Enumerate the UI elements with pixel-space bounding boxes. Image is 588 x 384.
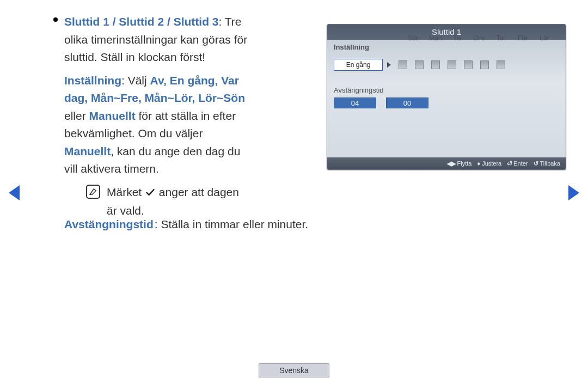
footer-tillbaka: ↺Tillbaka xyxy=(534,160,561,167)
day-head: Mån xyxy=(428,34,443,42)
day-checkbox[interactable] xyxy=(431,60,440,69)
day-head: Sön xyxy=(407,34,421,42)
updown-icon: ♦ xyxy=(477,160,481,167)
footer-enter: ⏎Enter xyxy=(507,160,528,167)
body-text: Sluttid 1 / Sluttid 2 / Sluttid 3: Tre o… xyxy=(64,13,249,220)
nav-prev-button[interactable] xyxy=(9,185,20,200)
hour-field[interactable]: 04 xyxy=(334,97,376,108)
osd-row-select: En gång xyxy=(334,51,559,71)
minute-field[interactable]: 00 xyxy=(386,97,428,108)
osd-select[interactable]: En gång xyxy=(334,59,383,71)
day-checkbox[interactable] xyxy=(415,60,424,69)
installning-para: Inställning: Välj Av, En gång, Var dag, … xyxy=(64,72,249,178)
manuellt-1: Manuellt xyxy=(89,109,136,122)
note-text: Märket anger att dagen är vald. xyxy=(107,184,249,220)
osd-footer: ◀▶Flytta ♦Justera ⏎Enter ↺Tillbaka xyxy=(327,157,566,169)
osd-time-row: 04 00 xyxy=(334,97,559,108)
osd-body: Sön Mån Tis Ons Tor Fre Lör Inställning … xyxy=(327,40,566,111)
day-head: Fre xyxy=(516,34,530,42)
osd-row-installning: Inställning xyxy=(334,43,559,51)
day-checkbox[interactable] xyxy=(480,60,489,69)
footer-justera-label: Justera xyxy=(482,160,501,167)
day-head: Lör xyxy=(537,34,552,42)
avst-line: Avstängningstid: Ställa in timmar eller … xyxy=(64,218,308,231)
day-checkbox[interactable] xyxy=(464,60,473,69)
chevron-right-icon xyxy=(387,62,391,68)
day-head: Tis xyxy=(450,34,464,42)
language-pill[interactable]: Svenska xyxy=(259,363,329,377)
footer-flytta: ◀▶Flytta xyxy=(447,160,472,167)
installning-sep: : Välj xyxy=(121,74,150,87)
lr-arrows-icon: ◀▶ xyxy=(447,160,456,167)
eller: eller xyxy=(64,109,89,122)
avst-label: Avstängningstid xyxy=(64,218,154,230)
heading-para: Sluttid 1 / Sluttid 2 / Sluttid 3: Tre o… xyxy=(64,13,249,66)
avst-rest: : Ställa in timmar eller minuter. xyxy=(155,218,308,230)
osd-days xyxy=(399,60,505,69)
day-checkbox[interactable] xyxy=(448,60,456,69)
day-checkbox[interactable] xyxy=(399,60,407,69)
osd-installning-label: Inställning xyxy=(334,43,383,51)
footer-enter-label: Enter xyxy=(513,160,528,167)
note-pre: Märket xyxy=(107,186,145,198)
day-head: Ons xyxy=(472,34,486,42)
manuellt-2: Manuellt xyxy=(64,145,111,157)
day-checkbox[interactable] xyxy=(497,60,505,69)
check-icon xyxy=(145,184,156,202)
heading-blue: Sluttid 1 / Sluttid 2 / Sluttid 3 xyxy=(64,15,219,28)
osd-panel: Sluttid 1 Sön Mån Tis Ons Tor Fre Lör In… xyxy=(327,24,566,170)
osd-avst-label: Avstängningstid xyxy=(334,86,559,94)
installning-label: Inställning xyxy=(64,74,121,87)
enter-icon: ⏎ xyxy=(507,160,512,167)
note-row: Märket anger att dagen är vald. xyxy=(86,184,249,220)
bullet-icon xyxy=(53,17,58,22)
nav-next-button[interactable] xyxy=(568,185,579,200)
footer-justera: ♦Justera xyxy=(477,160,502,167)
footer-tillbaka-label: Tillbaka xyxy=(540,160,561,167)
day-head: Tor xyxy=(494,34,508,42)
return-icon: ↺ xyxy=(534,160,538,167)
note-icon xyxy=(86,185,100,199)
footer-flytta-label: Flytta xyxy=(457,160,472,167)
osd-days-header: Sön Mån Tis Ons Tor Fre Lör xyxy=(407,34,552,42)
